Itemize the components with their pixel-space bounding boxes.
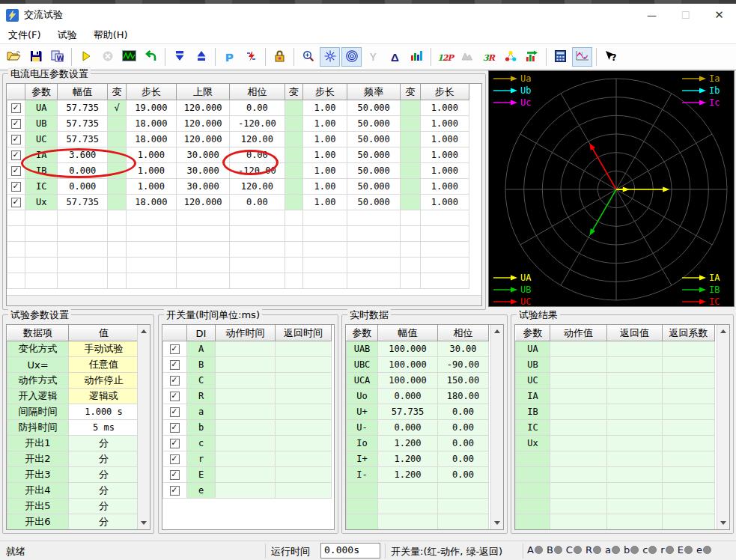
action-time-cell[interactable] xyxy=(216,404,276,420)
y-button[interactable]: Y xyxy=(363,47,383,67)
bars-button[interactable] xyxy=(407,47,427,67)
param-label-cell[interactable]: 开出4 xyxy=(7,483,69,499)
double-up-button[interactable] xyxy=(191,47,211,67)
vary-cell[interactable] xyxy=(108,163,126,179)
param-value-cell[interactable]: 5 ms xyxy=(69,420,139,436)
frequency-cell[interactable]: 50.000 xyxy=(347,195,401,210)
checkbox-checked-icon[interactable] xyxy=(170,439,180,448)
param-label-cell[interactable]: 开出6 xyxy=(7,514,69,530)
checkbox-cell[interactable] xyxy=(163,341,187,357)
vertical-scrollbar[interactable] xyxy=(137,325,150,529)
di-cell[interactable]: r xyxy=(187,451,216,467)
checkbox-checked-icon[interactable] xyxy=(170,376,180,386)
amplitude-cell[interactable]: 57.735 xyxy=(58,100,108,116)
checkbox-cell[interactable] xyxy=(7,100,25,116)
amplitude-cell[interactable]: 57.735 xyxy=(58,116,108,132)
param-cell[interactable]: UC xyxy=(25,132,58,147)
vary-cell[interactable]: √ xyxy=(108,100,126,116)
checkbox-cell[interactable] xyxy=(163,373,187,389)
step-cell[interactable]: 18.000 xyxy=(126,116,176,132)
checkbox-checked-icon[interactable] xyxy=(11,135,21,144)
phase-cell[interactable]: 0.00 xyxy=(230,100,285,116)
step-cell[interactable]: 1.000 xyxy=(126,147,176,163)
phase-cell[interactable]: 120.00 xyxy=(230,132,285,147)
checkbox-cell[interactable] xyxy=(163,357,187,373)
minimize-button[interactable]: — xyxy=(635,4,669,26)
return-time-cell[interactable] xyxy=(276,467,332,483)
export-doc-button[interactable]: W xyxy=(47,47,67,67)
di-cell[interactable]: c xyxy=(187,436,216,451)
action-time-cell[interactable] xyxy=(216,451,276,467)
close-button[interactable]: ✕ xyxy=(702,4,736,26)
limit-cell[interactable]: 30.000 xyxy=(176,147,229,163)
param-label-cell[interactable]: 变化方式 xyxy=(7,341,69,357)
step-cell[interactable]: 1.000 xyxy=(420,147,469,163)
return-time-cell[interactable] xyxy=(276,483,332,499)
checkbox-checked-icon[interactable] xyxy=(11,182,21,192)
amplitude-cell[interactable]: 3.600 xyxy=(58,147,108,163)
vary-cell[interactable] xyxy=(108,132,126,147)
amplitude-cell[interactable]: 0.000 xyxy=(58,163,108,179)
amplitude-cell[interactable]: 57.735 xyxy=(58,132,108,147)
param-cell[interactable]: IC xyxy=(25,179,58,195)
checkbox-checked-icon[interactable] xyxy=(11,103,21,113)
three-p-button[interactable]: 3R xyxy=(478,47,499,67)
vary-cell[interactable] xyxy=(401,179,420,195)
checkbox-checked-icon[interactable] xyxy=(11,166,21,176)
param-value-cell[interactable]: 逻辑或 xyxy=(69,389,139,404)
vary-cell[interactable] xyxy=(401,147,420,163)
checkbox-cell[interactable] xyxy=(163,436,187,451)
vary-cell[interactable] xyxy=(401,163,420,179)
menu-item-file[interactable]: 文件(F) xyxy=(0,26,49,44)
vary-cell[interactable] xyxy=(285,163,302,179)
vary-cell[interactable] xyxy=(285,147,302,163)
phase-cell[interactable]: 0.00 xyxy=(230,195,285,210)
action-time-cell[interactable] xyxy=(216,420,276,436)
param-value-cell[interactable]: 分 xyxy=(69,451,139,467)
menu-item-test[interactable]: 试验 xyxy=(49,26,85,44)
start-button[interactable] xyxy=(76,47,96,67)
wave-small-button[interactable]: t xyxy=(572,47,592,67)
checkbox-checked-icon[interactable] xyxy=(170,407,180,417)
checkbox-checked-icon[interactable] xyxy=(170,360,180,370)
vector-dots-button[interactable] xyxy=(500,47,520,67)
action-time-cell[interactable] xyxy=(216,357,276,373)
step-cell[interactable]: 1.000 xyxy=(420,100,469,116)
step-cell[interactable]: 1.000 xyxy=(420,163,469,179)
di-cell[interactable]: a xyxy=(187,404,216,420)
vary-cell[interactable] xyxy=(285,100,302,116)
return-time-cell[interactable] xyxy=(276,357,332,373)
param-label-cell[interactable]: 开入逻辑 xyxy=(7,389,69,404)
double-down-button[interactable] xyxy=(169,47,189,67)
di-cell[interactable]: R xyxy=(187,389,216,404)
param-cell[interactable]: IA xyxy=(25,147,58,163)
maximize-button[interactable]: ☐ xyxy=(669,4,702,26)
step-cell[interactable]: 1.00 xyxy=(302,100,347,116)
param-value-cell[interactable]: 分 xyxy=(69,483,139,499)
step-cell[interactable]: 1.00 xyxy=(302,132,347,147)
checkbox-checked-icon[interactable] xyxy=(170,486,180,496)
checkbox-checked-icon[interactable] xyxy=(170,470,180,480)
horizontal-scrollbar[interactable] xyxy=(7,295,481,305)
limit-cell[interactable]: 120.000 xyxy=(176,132,229,147)
vary-cell[interactable] xyxy=(285,132,302,147)
harmonic-button[interactable] xyxy=(522,47,542,67)
step-cell[interactable]: 18.000 xyxy=(126,132,176,147)
param-label-cell[interactable]: 开出3 xyxy=(7,467,69,483)
vary-cell[interactable] xyxy=(108,179,126,195)
vary-cell[interactable] xyxy=(401,116,420,132)
action-time-cell[interactable] xyxy=(216,373,276,389)
save-button[interactable] xyxy=(25,47,46,67)
scroll-down-icon[interactable] xyxy=(491,517,503,529)
checkbox-cell[interactable] xyxy=(163,451,187,467)
param-value-cell[interactable]: 动作停止 xyxy=(69,373,139,389)
param-value-cell[interactable]: 手动试验 xyxy=(69,341,139,357)
vary-cell[interactable] xyxy=(401,100,420,116)
frequency-cell[interactable]: 50.000 xyxy=(347,147,401,163)
scroll-down-icon[interactable] xyxy=(138,517,150,529)
di-cell[interactable]: C xyxy=(187,373,216,389)
param-value-cell[interactable]: 1.000 s xyxy=(69,404,139,420)
param-label-cell[interactable]: 开出2 xyxy=(7,451,69,467)
step-cell[interactable]: 1.000 xyxy=(420,116,469,132)
param-label-cell[interactable]: 开出5 xyxy=(7,499,69,514)
